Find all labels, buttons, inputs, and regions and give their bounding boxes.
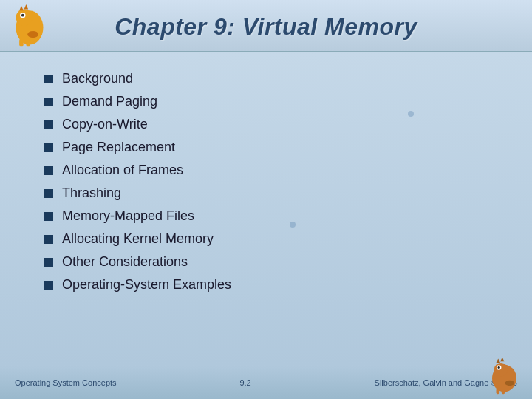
bullet-text-5: Allocation of Frames <box>62 163 183 178</box>
slide-title: Chapter 9: Virtual Memory <box>115 13 417 41</box>
bullet-item: Allocating Kernel Memory <box>44 228 517 250</box>
bullet-square-icon <box>44 258 53 267</box>
decoration-dot-2 <box>408 111 414 117</box>
bullet-item: Allocation of Frames <box>44 159 517 182</box>
svg-rect-8 <box>26 41 30 46</box>
bullet-square-icon <box>44 143 53 152</box>
footer-logo-right-icon <box>484 355 525 395</box>
bullet-text-9: Other Considerations <box>62 254 188 270</box>
svg-marker-5 <box>24 4 29 9</box>
svg-marker-14 <box>500 358 505 362</box>
svg-point-3 <box>21 14 24 17</box>
svg-point-12 <box>498 366 500 369</box>
bullet-item: Memory-Mapped Files <box>44 205 517 228</box>
bullet-item: Copy-on-Write <box>44 113 517 136</box>
bullet-text-8: Allocating Kernel Memory <box>62 231 214 247</box>
header-area: Chapter 9: Virtual Memory <box>0 0 532 52</box>
svg-point-15 <box>505 381 514 386</box>
footer-area: Operating System Concepts 9.2 Silberscha… <box>0 366 532 399</box>
bullet-text-3: Copy-on-Write <box>62 117 148 132</box>
bullet-square-icon <box>44 235 53 244</box>
bullet-text-1: Background <box>62 71 133 86</box>
slide-container: Chapter 9: Virtual Memory BackgroundDema… <box>0 0 532 399</box>
svg-rect-17 <box>502 389 505 394</box>
bullet-square-icon <box>44 166 53 175</box>
bullet-item: Operating-System Examples <box>44 273 517 296</box>
svg-point-10 <box>494 363 508 376</box>
bullet-item: Demand Paging <box>44 90 517 113</box>
bullet-text-10: Operating-System Examples <box>62 277 231 293</box>
svg-marker-13 <box>497 359 501 364</box>
bullet-square-icon <box>44 98 53 106</box>
bullet-item: Thrashing <box>44 182 517 205</box>
bullet-item: Page Replacement <box>44 136 517 159</box>
header-logo-icon <box>7 4 52 48</box>
footer-left-text: Operating System Concepts <box>15 378 117 387</box>
bullet-square-icon <box>44 189 53 198</box>
svg-point-6 <box>27 31 38 38</box>
bullet-square-icon <box>44 120 53 129</box>
bullet-square-icon <box>44 75 53 83</box>
footer-page-number: 9.2 <box>239 378 250 387</box>
decoration-dot-1 <box>290 222 296 228</box>
bullet-item: Other Considerations <box>44 250 517 273</box>
bullet-text-7: Memory-Mapped Files <box>62 208 194 224</box>
bullet-text-4: Page Replacement <box>62 140 175 155</box>
content-area: BackgroundDemand PagingCopy-on-WritePage… <box>0 52 532 366</box>
bullet-square-icon <box>44 281 53 290</box>
bullet-square-icon <box>44 212 53 221</box>
svg-rect-7 <box>19 39 24 46</box>
bullet-text-2: Demand Paging <box>62 94 157 109</box>
bullet-item: Background <box>44 67 517 90</box>
bullet-text-6: Thrashing <box>62 185 121 201</box>
svg-rect-16 <box>497 389 500 394</box>
svg-marker-4 <box>19 6 24 10</box>
